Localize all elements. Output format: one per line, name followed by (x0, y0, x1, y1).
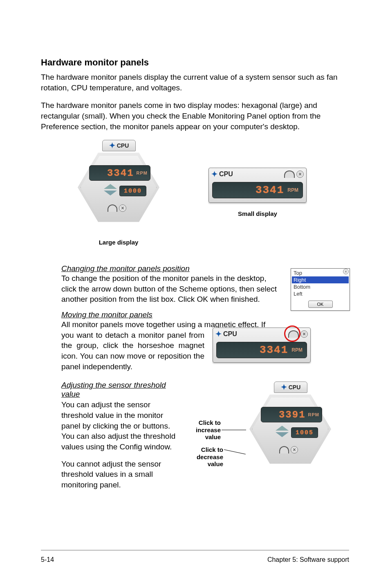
magnet-icon[interactable] (284, 171, 295, 178)
moving-panels-heading: Moving the monitor panels (61, 310, 349, 319)
position-option[interactable]: Bottom (292, 283, 349, 290)
threshold-value: 1005 (296, 429, 314, 436)
moving-panels-line2: you want to detach a monitor panel from … (61, 330, 204, 372)
reading-unit: RPM (287, 187, 298, 193)
panel-label: CPU (289, 384, 301, 391)
figure-row-1: ✦ CPU 3341 RPM 1000 × (41, 139, 349, 262)
position-list[interactable]: TopRightBottomLeft (291, 269, 350, 298)
small-panel-figure: ✦ CPU × 3341 RPM Small display (208, 168, 307, 217)
position-option[interactable]: Top (292, 269, 349, 276)
leader-line (224, 449, 246, 454)
close-icon[interactable]: × (291, 446, 298, 453)
decrease-threshold-button[interactable] (104, 191, 117, 195)
position-option[interactable]: Left (292, 290, 349, 297)
magnet-icon[interactable] (108, 204, 117, 212)
changing-position-text: To change the position of the monitor pa… (61, 273, 282, 305)
large-caption: Large display (74, 239, 164, 246)
reading-unit: RPM (291, 347, 303, 353)
magnet-icon[interactable] (279, 446, 289, 453)
threshold-reading: 1000 (119, 186, 146, 196)
reading-value: 3341 (256, 184, 284, 196)
intro-paragraph-2: The hardware monitor panels come in two … (41, 100, 349, 132)
adjusting-threshold-heading: Adjusting the sensor threshold value (61, 381, 184, 399)
magnet-icon[interactable] (288, 330, 299, 338)
intro-paragraph-1: The hardware monitor panels display the … (41, 72, 349, 93)
reading-unit: RPM (308, 412, 319, 417)
threshold-reading: 1005 (291, 427, 318, 438)
sensor-reading: 3341 RPM (89, 165, 150, 181)
sensor-reading: 3391 RPM (261, 407, 322, 422)
panel-title-tab[interactable]: ✦ CPU (102, 140, 136, 151)
decrease-threshold-button[interactable] (276, 432, 289, 437)
pin-icon: ✦ (109, 142, 115, 149)
small-caption: Small display (208, 210, 307, 217)
annot-increase: Click to increase value (180, 419, 221, 440)
page-number: 5-14 (41, 556, 54, 563)
reading-value: 3391 (279, 409, 306, 420)
sensor-reading: 3341 RPM (216, 342, 307, 358)
adjusting-threshold-para1: You can adjust the sensor threshold valu… (61, 399, 184, 452)
panel-label: CPU (219, 171, 233, 178)
increase-threshold-button[interactable] (276, 426, 289, 431)
leader-line (222, 430, 246, 430)
reading-value: 3341 (107, 168, 134, 179)
position-option[interactable]: Right (292, 276, 349, 283)
increase-threshold-button[interactable] (104, 184, 117, 189)
small-panel: ✦ CPU × 3341 RPM (208, 168, 307, 203)
reading-unit: RPM (137, 171, 148, 175)
scheme-listbox: × TopRightBottomLeft OK (291, 262, 350, 311)
reading-value: 3341 (260, 344, 288, 356)
pin-icon: ✦ (281, 384, 287, 391)
sensor-reading: 3341 RPM (212, 182, 303, 198)
small-panel-detach: ✦ CPU × 3341 RPM (213, 328, 311, 363)
annot-decrease: Click to decrease value (182, 446, 223, 467)
panel-title-tab[interactable]: ✦ CPU (274, 382, 307, 393)
close-icon[interactable]: × (300, 330, 308, 338)
adjusting-threshold-para2: You cannot adjust the sensor threshold v… (61, 459, 184, 490)
footer: 5-14 Chapter 5: Software support (41, 550, 349, 563)
changing-position-heading: Changing the monitor panels position (61, 264, 282, 273)
page: Hardware monitor panels The hardware mon… (0, 0, 390, 588)
close-icon[interactable]: × (119, 204, 126, 212)
pin-icon: ✦ (211, 170, 217, 179)
ok-button[interactable]: OK (308, 301, 333, 308)
panel-label: CPU (117, 142, 129, 149)
panel-label: CPU (223, 330, 237, 338)
close-icon[interactable]: × (296, 171, 304, 178)
pin-icon: ✦ (215, 330, 222, 339)
section-heading: Hardware monitor panels (41, 57, 349, 68)
chapter-label: Chapter 5: Software support (267, 556, 349, 563)
threshold-value: 1000 (124, 188, 142, 195)
large-panel-figure: ✦ CPU 3341 RPM 1000 × (74, 143, 164, 246)
